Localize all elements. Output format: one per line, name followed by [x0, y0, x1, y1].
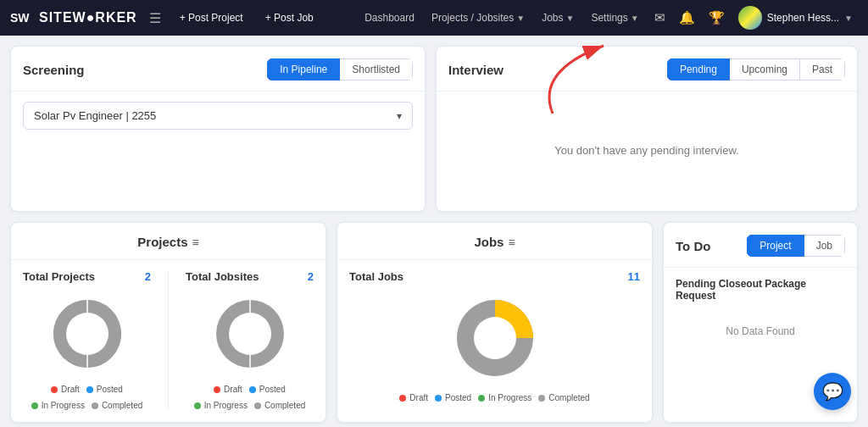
bottom-row: Projects ≡ Total Projects 2 — [10, 222, 858, 423]
avatar-chevron-icon: ▼ — [844, 14, 853, 23]
svg-point-9 — [474, 317, 516, 359]
total-jobs-label: Total Jobs — [349, 270, 403, 283]
completed-dot — [254, 402, 261, 409]
nav-jobs[interactable]: Jobs ▼ — [535, 8, 581, 27]
screening-title: Screening — [23, 63, 85, 77]
interview-divider — [437, 91, 857, 92]
total-projects-header: Total Projects 2 — [23, 270, 151, 283]
screening-card: Screening In Pipeline Shortlisted Solar … — [10, 46, 426, 212]
svg-point-4 — [66, 313, 108, 355]
inprogress-dot — [31, 402, 38, 409]
total-jobsites-header: Total Jobsites 2 — [186, 270, 314, 283]
projects-list-icon: ≡ — [192, 236, 199, 249]
svg-text:SW: SW — [10, 11, 30, 25]
legend-item: Posted — [249, 385, 286, 394]
todo-divider — [664, 267, 857, 268]
nav-projects-jobsites[interactable]: Projects / Jobsites ▼ — [425, 8, 531, 27]
jobs-card-title: Jobs ≡ — [349, 235, 640, 249]
total-jobsites-label: Total Jobsites — [186, 270, 259, 283]
nav-dashboard[interactable]: Dashboard — [358, 8, 421, 27]
posted-dot — [86, 386, 93, 393]
chat-icon: 💬 — [822, 381, 843, 402]
completed-dot — [538, 395, 545, 402]
total-projects-label: Total Projects — [23, 270, 95, 283]
inprogress-dot — [194, 402, 201, 409]
interview-header: Interview Pending Upcoming Past — [448, 58, 845, 80]
projects-pie-chart — [45, 291, 130, 376]
screening-header: Screening In Pipeline Shortlisted — [23, 58, 413, 80]
todo-job-button[interactable]: Job — [804, 235, 845, 257]
screening-divider — [11, 91, 425, 92]
upcoming-button[interactable]: Upcoming — [730, 58, 800, 80]
total-jobs-count: 11 — [628, 270, 640, 283]
shortlisted-button[interactable]: Shortlisted — [340, 58, 413, 80]
jobs-card: Jobs ≡ Total Jobs 11 — [337, 222, 653, 423]
legend-item: Draft — [214, 385, 242, 394]
projects-legend: Draft Posted In Progress Completed — [23, 385, 151, 410]
interview-empty-message: You don't have any pending interview. — [448, 102, 845, 199]
posted-dot — [435, 395, 442, 402]
completed-dot — [92, 402, 98, 409]
main-content: Screening In Pipeline Shortlisted Solar … — [0, 36, 868, 427]
mail-icon[interactable]: ✉ — [649, 7, 670, 29]
draft-dot — [51, 386, 58, 393]
total-jobsites-section: Total Jobsites 2 Draft — [186, 270, 314, 410]
jobs-legend: Draft Posted In Progress Completed — [349, 393, 640, 402]
nav-settings[interactable]: Settings ▼ — [584, 8, 645, 27]
legend-item: Posted — [86, 385, 123, 394]
total-projects-section: Total Projects 2 — [23, 270, 151, 410]
legend-item: Posted — [435, 393, 471, 402]
hamburger-icon[interactable]: ☰ — [146, 7, 164, 30]
notifications-icon[interactable]: 🔔 — [674, 7, 700, 29]
jobsites-legend: Draft Posted In Progress Completed — [186, 385, 314, 410]
brand: SW SITEW●RKER — [10, 8, 137, 27]
posted-dot — [249, 386, 256, 393]
draft-dot — [399, 395, 406, 402]
jobs-divider — [337, 259, 652, 260]
past-button[interactable]: Past — [800, 58, 845, 80]
legend-item: In Progress — [194, 401, 248, 410]
jobsites-pie-chart — [208, 291, 292, 376]
projects-card: Projects ≡ Total Projects 2 — [10, 222, 326, 423]
post-job-button[interactable]: + Post Job — [259, 8, 320, 27]
total-jobs-header: Total Jobs 11 — [349, 270, 640, 283]
inprogress-dot — [478, 395, 485, 402]
interview-btn-group: Pending Upcoming Past — [667, 58, 845, 80]
todo-title: To Do — [676, 239, 710, 253]
in-pipeline-button[interactable]: In Pipeline — [267, 58, 340, 80]
trophy-icon[interactable]: 🏆 — [704, 7, 730, 29]
avatar — [738, 6, 762, 30]
pending-button[interactable]: Pending — [667, 58, 730, 80]
projects-inner: Total Projects 2 — [23, 270, 314, 410]
todo-subtitle: Pending Closeout Package Request — [676, 278, 845, 302]
screening-dropdown[interactable]: Solar Pv Engineer | 2255 ▾ — [23, 102, 413, 130]
legend-item: Draft — [51, 385, 80, 394]
chat-button[interactable]: 💬 — [814, 373, 851, 410]
dropdown-chevron-icon: ▾ — [397, 110, 402, 122]
jobs-chart-container — [349, 291, 640, 385]
navbar-right: Dashboard Projects / Jobsites ▼ Jobs ▼ S… — [358, 4, 858, 31]
svg-point-7 — [229, 313, 271, 355]
screening-btn-group: In Pipeline Shortlisted — [267, 58, 413, 80]
todo-project-button[interactable]: Project — [747, 235, 804, 257]
user-name: Stephen Hess... — [767, 12, 839, 24]
projects-chart-container — [23, 291, 151, 376]
todo-btn-group: Project Job — [747, 235, 845, 257]
top-row: Screening In Pipeline Shortlisted Solar … — [10, 46, 858, 212]
jobs-pie-chart — [448, 291, 542, 385]
user-avatar-btn[interactable]: Stephen Hess... ▼ — [733, 4, 858, 31]
jobs-list-icon: ≡ — [508, 236, 515, 249]
jobsites-chart-container — [186, 291, 314, 376]
projects-vertical-divider — [168, 270, 169, 410]
draft-dot — [214, 386, 220, 393]
legend-item: Completed — [92, 401, 142, 410]
legend-item: In Progress — [478, 393, 531, 402]
projects-divider — [11, 259, 326, 260]
brand-logo-icon: SW — [10, 8, 34, 27]
navbar: SW SITEW●RKER ☰ + Post Project + Post Jo… — [0, 0, 868, 36]
post-project-button[interactable]: + Post Project — [173, 8, 250, 27]
legend-item: Draft — [399, 393, 428, 402]
todo-empty-message: No Data Found — [676, 308, 845, 354]
total-jobsites-count: 2 — [308, 270, 314, 283]
interview-title: Interview — [448, 63, 504, 77]
